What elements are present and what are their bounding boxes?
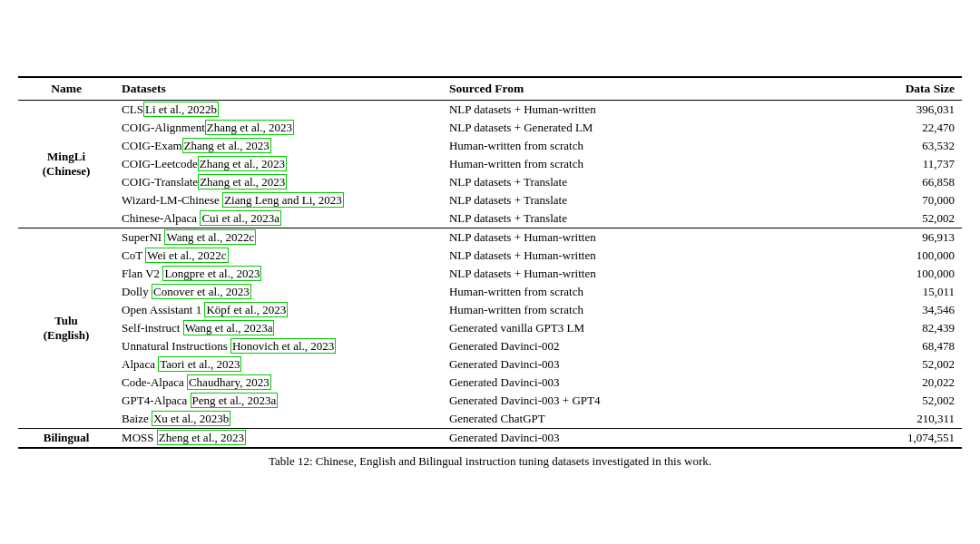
dataset-cell: CLSLi et al., 2022b [114, 100, 442, 119]
table-row: CoT Wei et al., 2022c NLP datasets + Hum… [18, 247, 962, 265]
source-cell: NLP datasets + Translate [442, 173, 856, 191]
table-row: MingLi(Chinese) CLSLi et al., 2022b NLP … [18, 100, 962, 119]
table-row: Tulu(English) SuperNI Wang et al., 2022c… [18, 228, 962, 247]
citation-ref: Zhang et al., 2023 [198, 156, 287, 171]
header-size: Data Size [856, 77, 962, 101]
citation-ref: Honovich et al., 2023 [230, 338, 336, 354]
size-cell: 70,000 [856, 191, 962, 209]
source-cell: NLP datasets + Human-written [442, 265, 856, 283]
size-cell: 82,439 [856, 319, 962, 337]
source-cell: NLP datasets + Human-written [442, 100, 856, 119]
dataset-cell: Wizard-LM-Chinese Ziang Leng and Li, 202… [114, 191, 442, 209]
size-cell: 63,532 [856, 137, 962, 155]
source-cell: Human-written from scratch [442, 155, 856, 173]
dataset-cell: Chinese-Alpaca Cui et al., 2023a [114, 209, 442, 228]
source-cell: Generated Davinci-003 [442, 428, 856, 448]
citation-ref: Conover et al., 2023 [152, 284, 251, 299]
table-row: COIG-TranslateZhang et al., 2023 NLP dat… [18, 173, 962, 191]
citation-ref: Xu et al., 2023b [152, 411, 230, 426]
table-row: Bilingual MOSS Zheng et al., 2023 Genera… [18, 428, 962, 448]
citation-ref: Longpre et al., 2023 [162, 266, 261, 281]
dataset-cell: COIG-AlignmentZhang et al., 2023 [114, 119, 442, 137]
size-cell: 210,311 [856, 410, 962, 429]
citation-ref: Zhang et al., 2023 [205, 120, 294, 135]
group-label-mingli: MingLi(Chinese) [18, 100, 114, 228]
dataset-cell: COIG-TranslateZhang et al., 2023 [114, 173, 442, 191]
size-cell: 15,011 [856, 283, 962, 301]
table-row: Chinese-Alpaca Cui et al., 2023a NLP dat… [18, 209, 962, 228]
table-row: Alpaca Taori et al., 2023 Generated Davi… [18, 355, 962, 374]
size-cell: 52,002 [856, 355, 962, 374]
table-caption: Table 12: Chinese, English and Bilingual… [18, 454, 962, 469]
size-cell: 100,000 [856, 265, 962, 283]
dataset-cell: MOSS Zheng et al., 2023 [114, 428, 442, 448]
source-cell: Generated Davinci-003 [442, 355, 856, 374]
citation-ref: Wang et al., 2023a [183, 320, 275, 335]
source-cell: Generated ChatGPT [442, 410, 856, 429]
header-name: Name [18, 77, 114, 101]
size-cell: 22,470 [856, 119, 962, 137]
table-row: Dolly Conover et al., 2023 Human-written… [18, 283, 962, 301]
dataset-cell: Unnatural Instructions Honovich et al., … [114, 337, 442, 355]
source-cell: NLP datasets + Translate [442, 191, 856, 209]
size-cell: 66,858 [856, 173, 962, 191]
dataset-cell: Alpaca Taori et al., 2023 [114, 355, 442, 374]
dataset-cell: CoT Wei et al., 2022c [114, 247, 442, 265]
dataset-cell: Code-Alpaca Chaudhary, 2023 [114, 374, 442, 392]
table-row: Open Assistant 1 Köpf et al., 2023 Human… [18, 301, 962, 319]
dataset-cell: Open Assistant 1 Köpf et al., 2023 [114, 301, 442, 319]
citation-ref: Wang et al., 2022c [164, 229, 256, 245]
size-cell: 96,913 [856, 228, 962, 247]
citation-ref: Chaudhary, 2023 [187, 374, 271, 390]
header-source: Sourced From [442, 77, 856, 101]
source-cell: NLP datasets + Translate [442, 209, 856, 228]
table-row: COIG-ExamZhang et al., 2023 Human-writte… [18, 137, 962, 155]
size-cell: 34,546 [856, 301, 962, 319]
dataset-cell: COIG-LeetcodeZhang et al., 2023 [114, 155, 442, 173]
citation-ref: Zhang et al., 2023 [198, 174, 287, 189]
citation-ref: Peng et al., 2023a [191, 393, 279, 408]
dataset-cell: SuperNI Wang et al., 2022c [114, 228, 442, 247]
table-row: GPT4-Alpaca Peng et al., 2023a Generated… [18, 392, 962, 410]
source-cell: Generated Davinci-003 [442, 374, 856, 392]
citation-ref: Zhang et al., 2023 [182, 138, 271, 153]
table-row: Wizard-LM-Chinese Ziang Leng and Li, 202… [18, 191, 962, 209]
citation-ref: Li et al., 2022b [143, 102, 219, 117]
citation-ref: Cui et al., 2023a [200, 210, 281, 226]
table-row: Flan V2 Longpre et al., 2023 NLP dataset… [18, 265, 962, 283]
group-label-tulu: Tulu(English) [18, 228, 114, 428]
data-table: Name Datasets Sourced From Data Size Min… [18, 76, 962, 449]
citation-ref: Wei et al., 2022c [145, 248, 228, 263]
dataset-cell: Baize Xu et al., 2023b [114, 410, 442, 429]
citation-ref: Taori et al., 2023 [158, 356, 241, 372]
source-cell: Human-written from scratch [442, 283, 856, 301]
table-row: Baize Xu et al., 2023b Generated ChatGPT… [18, 410, 962, 429]
dataset-cell: COIG-ExamZhang et al., 2023 [114, 137, 442, 155]
citation-ref: Ziang Leng and Li, 2023 [222, 192, 344, 208]
source-cell: Human-written from scratch [442, 301, 856, 319]
citation-ref: Köpf et al., 2023 [204, 302, 288, 317]
size-cell: 52,002 [856, 392, 962, 410]
size-cell: 11,737 [856, 155, 962, 173]
main-container: Name Datasets Sourced From Data Size Min… [18, 76, 962, 469]
dataset-cell: GPT4-Alpaca Peng et al., 2023a [114, 392, 442, 410]
dataset-cell: Dolly Conover et al., 2023 [114, 283, 442, 301]
citation-ref: Zheng et al., 2023 [157, 430, 246, 445]
header-datasets: Datasets [114, 77, 442, 101]
table-row: Self-instruct Wang et al., 2023a Generat… [18, 319, 962, 337]
source-cell: Generated vanilla GPT3 LM [442, 319, 856, 337]
source-cell: Generated Davinci-002 [442, 337, 856, 355]
size-cell: 1,074,551 [856, 428, 962, 448]
source-cell: NLP datasets + Generated LM [442, 119, 856, 137]
table-row: Unnatural Instructions Honovich et al., … [18, 337, 962, 355]
table-row: Code-Alpaca Chaudhary, 2023 Generated Da… [18, 374, 962, 392]
dataset-cell: Self-instruct Wang et al., 2023a [114, 319, 442, 337]
source-cell: Generated Davinci-003 + GPT4 [442, 392, 856, 410]
size-cell: 68,478 [856, 337, 962, 355]
size-cell: 396,031 [856, 100, 962, 119]
size-cell: 100,000 [856, 247, 962, 265]
source-cell: NLP datasets + Human-written [442, 247, 856, 265]
table-row: COIG-LeetcodeZhang et al., 2023 Human-wr… [18, 155, 962, 173]
source-cell: Human-written from scratch [442, 137, 856, 155]
group-label-bilingual: Bilingual [18, 428, 114, 448]
